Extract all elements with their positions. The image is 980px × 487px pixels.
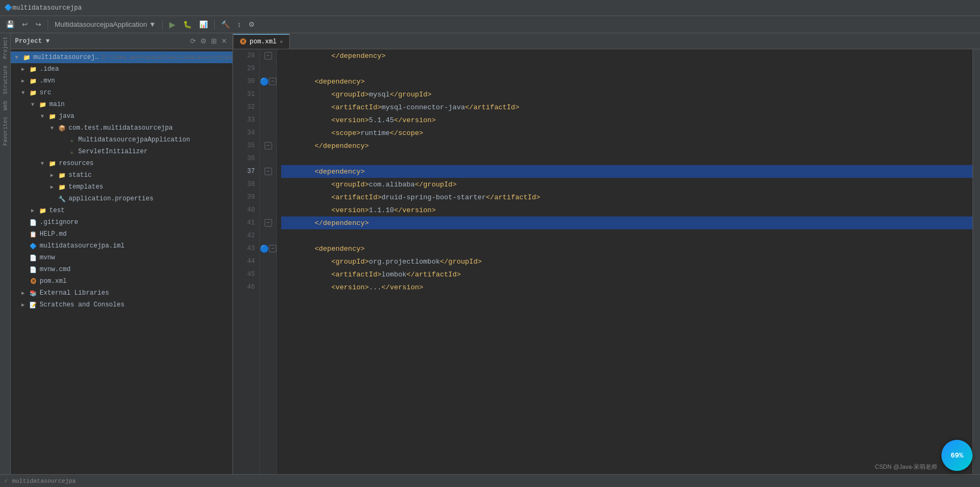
resources-folder-icon: 📁 [48,159,57,168]
mvnwcmd-icon: 📄 [29,265,37,274]
tree-test[interactable]: ▶ 📁 test [11,205,232,216]
pom-icon: 🅜 [29,277,37,286]
tree-helpmd[interactable]: ▶ 📋 HELP.md [11,228,232,240]
separator-2 [162,19,163,30]
main-arrow: ▼ [31,102,39,108]
separator-3 [214,19,215,30]
mvn-folder-icon: 📁 [29,77,37,85]
git-button[interactable]: ↕ [235,19,244,30]
java-folder-icon: 📁 [48,112,57,121]
csdn-badge[interactable]: 69% [941,440,973,471]
undo-button[interactable]: ↩ [19,19,31,30]
templates-arrow: ▶ [50,184,58,190]
tree-com[interactable]: ▼ 📦 com.test.multidatasourcejpa [11,122,232,134]
settings-button[interactable]: ⚙ [246,19,258,30]
tree-gitignore[interactable]: ▶ 📄 .gitignore [11,216,232,228]
code-content[interactable]: </dependency> <dependency> <groupId>mysq… [277,49,973,487]
tree-scratches[interactable]: ▶ 📝 Scratches and Consoles [11,299,232,311]
mvn-arrow: ▶ [21,78,29,84]
static-arrow: ▶ [50,172,58,178]
save-button[interactable]: 💾 [3,19,17,30]
tree-app-class[interactable]: ▶ ☕ MultidatasourcejpaApplication [11,134,232,146]
gutter-45 [260,268,276,281]
linenum-44: 44 [233,255,259,268]
vtab-project[interactable]: Project [0,33,10,62]
extlibs-label: External Libraries [40,289,109,297]
code-line-41: </dependency> [281,216,973,229]
tree-java[interactable]: ▼ 📁 java [11,110,232,122]
code-line-33: <version>5.1.45</version> [281,114,973,126]
code-editor[interactable]: 28 29 30 31 32 33 34 35 36 37 38 39 40 4… [233,49,980,487]
linenum-41: 41 [233,216,259,229]
tree-mvn[interactable]: ▶ 📁 .mvn [11,75,232,87]
tab-pom[interactable]: 🅜 pom.xml ✕ [233,34,290,49]
tree-src[interactable]: ▼ 📁 src [11,87,232,99]
watermark-text: CSDN @Java-呆萌老师 [875,463,937,470]
resources-arrow: ▼ [41,161,48,167]
tree-mvnwcmd[interactable]: ▶ 📄 mvnw.cmd [11,264,232,275]
sync-button[interactable]: ⟳ [189,36,197,46]
linenum-34: 34 [233,126,259,139]
extlibs-arrow: ▶ [21,290,29,296]
project-label: Project ▼ [15,38,50,45]
linenum-30: 30 [233,75,259,88]
tab-pom-close[interactable]: ✕ [280,39,283,45]
linenum-33: 33 [233,114,259,126]
tree-static[interactable]: ▶ 📁 static [11,169,232,181]
tree-root[interactable]: ▼ 📁 multidatasourcejpa D:\idea_workspace… [11,51,232,63]
expand-button[interactable]: ⊞ [210,36,218,46]
tree-servlet[interactable]: ▶ ☕ ServletInitializer [11,146,232,158]
tab-bar: 🅜 pom.xml ✕ [233,33,980,49]
right-scrollbar[interactable] [973,49,980,487]
tree-main[interactable]: ▼ 📁 main [11,99,232,110]
scratches-arrow: ▶ [21,302,29,308]
tag-31-b: groupId [398,91,427,99]
idea-label: .idea [40,65,59,73]
gutter-42 [260,229,276,242]
debug-button[interactable]: 🐛 [180,19,194,30]
tree-mvnw[interactable]: ▶ 📄 mvnw [11,252,232,264]
app-icon: 🔷 [4,4,12,12]
appprops-label: application.properties [69,195,153,203]
code-line-37: <dependency> [281,165,973,178]
tree-appprops[interactable]: ▶ 🔧 application.properties [11,193,232,205]
code-line-42 [281,229,973,242]
fold-41[interactable]: − [265,219,272,227]
tree-templates[interactable]: ▶ 📁 templates [11,181,232,193]
linenum-31: 31 [233,88,259,101]
fold-28[interactable]: − [265,52,272,59]
gutter-29 [260,62,276,75]
linenum-28: 28 [233,49,259,62]
vtab-web[interactable]: Web [0,98,10,114]
close-panel-button[interactable]: ✕ [220,36,228,46]
iml-label: multidatasourcejpa.iml [40,242,124,250]
bracket-31-2: > [365,91,369,99]
tree-iml[interactable]: ▶ 🔷 multidatasourcejpa.iml [11,240,232,252]
run-button[interactable]: ▶ [167,18,178,31]
gutter-36 [260,152,276,165]
vtab-structure[interactable]: Structure [0,62,10,98]
vtab-favorites[interactable]: Favorites [0,114,10,149]
src-folder-icon: 📁 [29,88,37,97]
build-button[interactable]: 🔨 [218,19,232,30]
profile-button[interactable]: 📊 [197,19,210,30]
helpmd-label: HELP.md [40,230,66,238]
mvnwcmd-label: mvnw.cmd [40,266,71,273]
templates-label: templates [69,183,103,191]
fold-43[interactable]: − [269,245,276,252]
bracket-28-1: </ [331,52,340,60]
fold-35[interactable]: − [265,142,272,149]
tree-extlibs[interactable]: ▶ 📚 External Libraries [11,287,232,299]
tree-pom[interactable]: ▶ 🅜 pom.xml [11,275,232,287]
fold-37[interactable]: − [265,168,272,175]
bracket-31-3: </ [390,91,398,99]
redo-button[interactable]: ↪ [33,19,44,30]
tree-resources[interactable]: ▼ 📁 resources [11,158,232,169]
tree-idea[interactable]: ▶ 📁 .idea [11,63,232,75]
gutter-44 [260,255,276,268]
project-selector[interactable]: MultidatasourcejpaApplication ▼ [52,19,159,30]
code-line-29 [281,62,973,75]
fold-30[interactable]: − [269,78,276,85]
settings-small-button[interactable]: ⚙ [199,36,208,46]
linenum-45: 45 [233,268,259,281]
